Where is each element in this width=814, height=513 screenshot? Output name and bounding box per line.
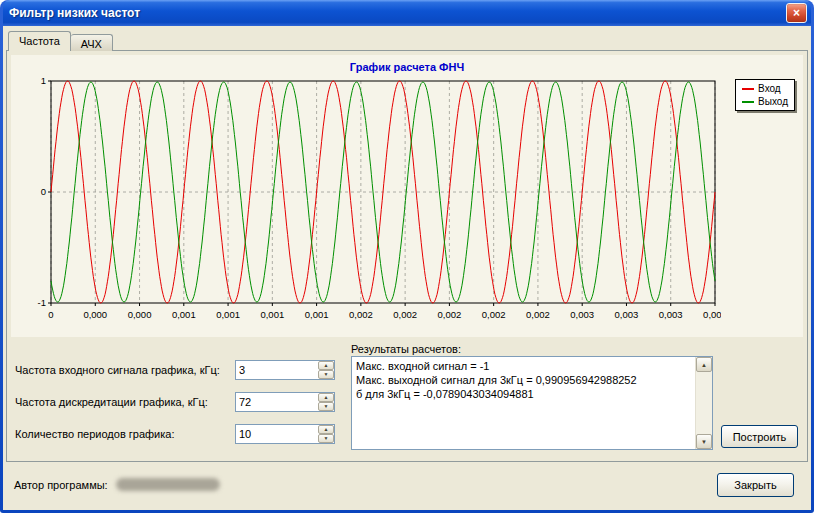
results-text[interactable]: Макс. входной сигнал = -1 Макс. выходной… [352,357,695,449]
result-line: Макс. входной сигнал = -1 [356,359,691,373]
frequency-spin-up-button[interactable]: ▲ [318,361,334,370]
legend-entry: Вход [742,82,788,95]
frequency-input[interactable] [236,361,318,379]
author-label: Автор программы: [14,479,108,491]
author-name-redacted [116,478,220,491]
footer: Автор программы: [14,478,220,491]
y-tick-label: 1 [41,77,46,86]
sampling-rate-spinner: ▲ ▼ [318,393,334,411]
results-scrollbar[interactable]: ▲ ▼ [695,357,712,449]
result-line: б для 3кГц = -0,0789043034094881 [356,387,691,401]
periods-spinbox: ▲ ▼ [235,424,335,444]
scroll-down-icon: ▼ [701,439,707,445]
scroll-up-icon: ▲ [701,362,707,368]
scroll-up-button[interactable]: ▲ [696,357,712,372]
scroll-down-button[interactable]: ▼ [696,434,712,449]
plot-area: 00,0000,0000,0010,0010,0010,0010,0020,00… [25,77,721,329]
tab-strip: Частота АЧХ [8,31,113,51]
periods-spin-up-button[interactable]: ▲ [318,425,334,434]
sampling-rate-spin-up-button[interactable]: ▲ [318,393,334,402]
titlebar[interactable]: Фильтр низких частот × [3,0,811,26]
window-title: Фильтр низких частот [9,6,140,20]
spin-down-icon: ▼ [324,404,329,409]
x-tick-label: 0,002 [393,309,417,320]
sampling-rate-input[interactable] [236,393,318,411]
periods-spin-down-button[interactable]: ▼ [318,434,334,443]
frequency-spinbox: ▲ ▼ [235,360,335,380]
sampling-rate-spin-down-button[interactable]: ▼ [318,402,334,411]
app-window: Фильтр низких частот × Частота АЧХ Графи… [0,0,814,513]
x-tick-label: 0,002 [349,309,373,320]
tab-achh[interactable]: АЧХ [71,34,113,51]
periods-spinner: ▲ ▼ [318,425,334,443]
chart-legend: ВходВыход [735,79,795,111]
x-tick-label: 0,000 [128,309,152,320]
x-tick-label: 0,003 [659,309,683,320]
x-tick-label: 0,001 [260,309,284,320]
sampling-rate-spinbox: ▲ ▼ [235,392,335,412]
x-tick-label: 0 [48,309,53,320]
periods-label: Количество периодов графика: [15,428,174,440]
series-Вход [51,81,715,303]
legend-label: Вход [758,82,781,95]
legend-swatch [742,88,754,90]
periods-input[interactable] [236,425,318,443]
sampling-rate-label: Частота дискредитации графика, кГц: [15,396,208,408]
x-tick-label: 0,000 [83,309,107,320]
chart-title: График расчета ФНЧ [11,61,803,73]
close-window-button[interactable]: Закрыть [717,473,794,497]
x-tick-label: 0,003 [615,309,639,320]
legend-swatch [742,101,754,103]
y-tick-label: 0 [41,186,46,197]
x-tick-label: 0,002 [526,309,550,320]
legend-label: Выход [758,95,788,108]
spin-down-icon: ▼ [324,372,329,377]
results-label: Результаты расчетов: [351,343,461,355]
build-button[interactable]: Построить [721,425,798,448]
spin-up-icon: ▲ [324,363,329,368]
chart: График расчета ФНЧ 00,0000,0000,0010,001… [11,55,803,337]
x-tick-label: 0,002 [482,309,506,320]
results-box: Макс. входной сигнал = -1 Макс. выходной… [351,356,713,450]
tab-page-chastota: График расчета ФНЧ 00,0000,0000,0010,001… [6,50,808,462]
frequency-spinner: ▲ ▼ [318,361,334,379]
y-tick-label: -1 [38,297,46,308]
spin-down-icon: ▼ [324,436,329,441]
window-body: Частота АЧХ График расчета ФНЧ 00,0000,0… [3,26,811,510]
tab-chastota[interactable]: Частота [8,31,71,51]
close-icon: × [793,6,800,20]
legend-entry: Выход [742,95,788,108]
x-tick-label: 0,001 [172,309,196,320]
spin-up-icon: ▲ [324,395,329,400]
x-tick-label: 0,002 [438,309,462,320]
frequency-spin-down-button[interactable]: ▼ [318,370,334,379]
spin-up-icon: ▲ [324,427,329,432]
x-tick-label: 0,003 [703,309,721,320]
close-button[interactable]: × [786,3,807,23]
x-tick-label: 0,001 [216,309,240,320]
x-tick-label: 0,003 [570,309,594,320]
frequency-label: Частота входного сигнала графика, кГц: [15,364,220,376]
result-line: Макс. выходной сигнал для 3кГц = 0,99095… [356,373,691,387]
x-tick-label: 0,001 [305,309,329,320]
